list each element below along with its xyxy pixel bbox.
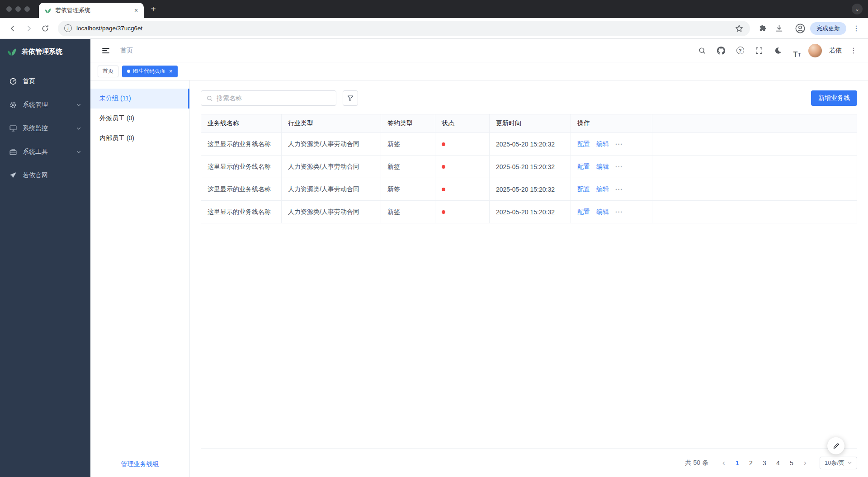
user-name[interactable]: 若依: [829, 47, 842, 55]
cell-sign-type: 新签: [381, 201, 435, 223]
sidebar-item-label: 若依官网: [23, 171, 48, 179]
paper-plane-icon: [9, 171, 17, 179]
sidebar-item-official-site[interactable]: 若依官网: [0, 164, 90, 187]
page-button-5[interactable]: 5: [785, 457, 798, 469]
funnel-icon: [347, 94, 354, 102]
sidebar-item-label: 系统监控: [23, 124, 48, 132]
group-label: 外派员工 (0): [99, 114, 134, 123]
window-close-button[interactable]: [6, 6, 12, 12]
sidebar-item-system-tools[interactable]: 系统工具: [0, 140, 90, 164]
configure-link[interactable]: 配置: [577, 163, 590, 171]
finish-update-button[interactable]: 完成更新: [810, 22, 846, 35]
add-business-line-button[interactable]: 新增业务线: [811, 90, 857, 106]
more-actions-icon[interactable]: ···: [615, 163, 623, 170]
bookmark-star-icon[interactable]: [735, 24, 744, 33]
group-item-ungrouped[interactable]: 未分组 (11): [90, 89, 189, 109]
tab-search-button[interactable]: ⌄: [852, 4, 863, 14]
column-header: 行业类型: [282, 114, 381, 132]
sidebar-item-home[interactable]: 首页: [0, 70, 90, 93]
reload-button[interactable]: [38, 21, 52, 36]
manage-groups-link[interactable]: 管理业务线组: [90, 451, 189, 477]
new-tab-button[interactable]: +: [146, 2, 160, 16]
cell-updated: 2025-05-20 15:20:32: [490, 178, 571, 200]
sidebar-item-label: 系统管理: [23, 101, 48, 109]
status-dot: [442, 210, 445, 214]
tag-home[interactable]: 首页: [98, 66, 118, 77]
github-icon[interactable]: [713, 43, 729, 58]
cell-actions: 配置 编辑 ···: [571, 178, 652, 200]
font-size-icon[interactable]: TT: [789, 43, 805, 58]
configure-link[interactable]: 配置: [577, 208, 590, 216]
group-item-internal[interactable]: 内部员工 (0): [90, 128, 189, 148]
profile-avatar-icon[interactable]: [794, 22, 807, 35]
search-input[interactable]: [217, 94, 331, 102]
breadcrumb[interactable]: 首页: [120, 47, 133, 55]
edit-link[interactable]: 编辑: [596, 140, 609, 148]
window-zoom-button[interactable]: [24, 6, 30, 12]
group-item-outsourced[interactable]: 外派员工 (0): [90, 109, 189, 128]
extensions-puzzle-icon[interactable]: [755, 21, 770, 36]
back-button[interactable]: [5, 21, 20, 36]
edit-link[interactable]: 编辑: [596, 163, 609, 171]
floating-edit-button[interactable]: [827, 437, 844, 454]
browser-tab-active[interactable]: 若依管理系统 ×: [39, 3, 144, 18]
sidebar-item-label: 首页: [23, 77, 35, 85]
tab-close-icon[interactable]: ×: [132, 6, 140, 14]
column-header: 签约类型: [381, 114, 435, 132]
sidebar-item-system-management[interactable]: 系统管理: [0, 93, 90, 117]
edit-link[interactable]: 编辑: [596, 208, 609, 216]
cell-industry: 人力资源类/人事劳动合同: [282, 133, 381, 155]
configure-link[interactable]: 配置: [577, 140, 590, 148]
tag-close-icon[interactable]: ×: [169, 68, 173, 74]
column-header: 更新时间: [490, 114, 571, 132]
filter-button[interactable]: [343, 90, 358, 106]
user-avatar[interactable]: [808, 44, 822, 57]
url-text[interactable]: localhost/page/37ucg6et: [76, 25, 730, 32]
chevron-down-icon: [847, 460, 852, 465]
search-icon: [206, 95, 213, 102]
cell-industry: 人力资源类/人事劳动合同: [282, 178, 381, 200]
page-button-4[interactable]: 4: [772, 457, 784, 469]
edit-link[interactable]: 编辑: [596, 185, 609, 194]
cell-industry: 人力资源类/人事劳动合同: [282, 201, 381, 223]
page-button-3[interactable]: 3: [758, 457, 771, 469]
header-more-icon[interactable]: ⋮: [847, 44, 860, 57]
page-size-select[interactable]: 10条/页: [820, 457, 857, 469]
prev-page-icon[interactable]: ‹: [717, 457, 730, 469]
more-actions-icon[interactable]: ···: [615, 186, 623, 193]
more-actions-icon[interactable]: ···: [615, 141, 623, 148]
business-line-table: 业务线名称 行业类型 签约类型 状态 更新时间 操作 这里显示的业务线名称 人力…: [201, 114, 857, 223]
cell-status: [435, 201, 490, 223]
forward-button[interactable]: [22, 21, 36, 36]
table-row: 这里显示的业务线名称 人力资源类/人事劳动合同 新签 2025-05-20 15…: [201, 200, 857, 223]
search-box[interactable]: [201, 90, 336, 106]
address-bar[interactable]: i localhost/page/37ucg6et: [58, 21, 750, 36]
page-button-1[interactable]: 1: [731, 457, 744, 469]
sidebar-collapse-icon[interactable]: [99, 43, 113, 58]
sidebar-item-system-monitor[interactable]: 系统监控: [0, 117, 90, 140]
cell-sign-type: 新签: [381, 156, 435, 178]
window-minimize-button[interactable]: [15, 6, 21, 12]
dark-mode-moon-icon[interactable]: [770, 43, 786, 58]
cell-updated: 2025-05-20 15:20:32: [490, 133, 571, 155]
column-header: 状态: [435, 114, 490, 132]
tag-generated-page[interactable]: 图生代码页面 ×: [122, 66, 178, 77]
downloads-icon[interactable]: [772, 21, 786, 36]
tag-label: 图生代码页面: [133, 67, 165, 75]
browser-window: 若依管理系统 × + ⌄ i localhost/page/37ucg6et: [0, 0, 868, 477]
column-header-filler: [652, 114, 857, 132]
chevron-down-icon: [76, 126, 81, 131]
cell-name: 这里显示的业务线名称: [201, 156, 282, 178]
fullscreen-icon[interactable]: [751, 43, 767, 58]
pencil-icon: [832, 442, 840, 450]
search-icon[interactable]: [694, 43, 710, 58]
more-actions-icon[interactable]: ···: [615, 208, 623, 216]
browser-tab-strip: 若依管理系统 × + ⌄: [0, 0, 868, 18]
next-page-icon[interactable]: ›: [799, 457, 811, 469]
help-icon[interactable]: ?: [732, 43, 748, 58]
page-button-2[interactable]: 2: [745, 457, 757, 469]
configure-link[interactable]: 配置: [577, 185, 590, 194]
browser-menu-icon[interactable]: ⋮: [850, 22, 863, 35]
site-info-icon[interactable]: i: [64, 24, 72, 32]
table-row: 这里显示的业务线名称 人力资源类/人事劳动合同 新签 2025-05-20 15…: [201, 178, 857, 200]
